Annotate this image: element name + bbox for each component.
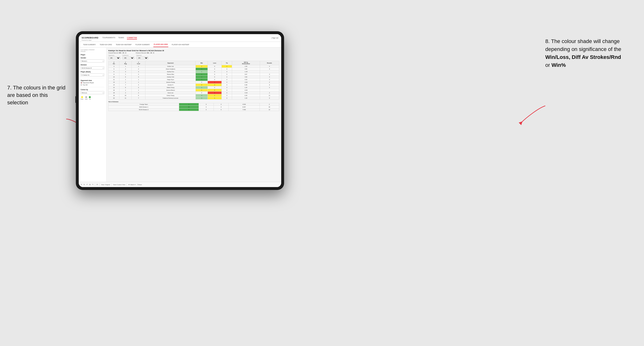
cell-loss: 1	[208, 81, 222, 84]
tablet-screen: SCOREBOARD Powered by clippd TOURNAMENTS…	[79, 34, 281, 187]
undo-icon[interactable]: ↺	[81, 184, 82, 186]
share-button[interactable]: ⤴ Share	[137, 184, 142, 185]
refresh-icon[interactable]: ⟳	[96, 184, 98, 186]
radio-opponents-played[interactable]: Opponents Played	[81, 82, 104, 83]
subnav-player-h2h-grid[interactable]: PLAYER H2H GRID	[153, 42, 168, 47]
nav-committee[interactable]: COMMITTEE	[127, 36, 137, 39]
col-tie: Tie	[222, 61, 232, 65]
back-icon[interactable]: ↶	[86, 184, 88, 186]
cell-div: 19	[108, 94, 120, 97]
col-opponent: Opponent	[146, 61, 196, 65]
cell-loss: 0	[208, 86, 222, 89]
cell-opponent: Andrea York	[146, 76, 196, 78]
radio-top100[interactable]: Top 100	[81, 84, 104, 86]
division-record-value: 331 - 34 - 6	[146, 52, 154, 54]
cell-reg: 7	[120, 84, 132, 86]
cell-rounds: 4	[260, 86, 279, 89]
toolbar-divider2	[100, 183, 100, 186]
subnav-team-summary[interactable]: TEAM SUMMARY	[82, 42, 96, 47]
cell-diff: 4.500	[229, 103, 260, 106]
legend-down: Down	[81, 96, 84, 100]
col-rounds: Rounds	[260, 61, 279, 65]
cell-loss: 1	[208, 92, 222, 94]
sign-out-link[interactable]: | Sign out	[271, 37, 278, 39]
save-custom-view-button[interactable]: Save Custom View	[113, 184, 126, 185]
cell-win: 5	[179, 108, 198, 111]
nav-tournaments[interactable]: TOURNAMENTS	[102, 36, 115, 39]
cell-tie: 0	[222, 92, 232, 94]
cell-win: 1	[196, 86, 208, 89]
cell-div: 14	[108, 84, 120, 86]
colour-by-select[interactable]: Win/Loss	[81, 91, 104, 94]
cell-diff: -1.00	[232, 70, 260, 73]
filter-conference-select[interactable]: (All)	[122, 56, 134, 59]
filter-opponents-select[interactable]: (All)	[108, 56, 120, 59]
legend-label-up: Up	[89, 99, 90, 100]
cell-rounds: 10	[260, 108, 279, 111]
table-row: NCAA Division 2 5 0 0 7.400 10	[108, 108, 279, 111]
cell-conf: 1	[132, 78, 146, 81]
player-rank-select[interactable]: 8. Katelyn Vo	[81, 73, 104, 76]
cell-loss: 0	[198, 103, 214, 106]
cell-win: 4	[196, 94, 208, 97]
cell-opponent: NCAA Division 2	[108, 108, 179, 111]
col-loss: Loss	[208, 61, 222, 65]
gender-select[interactable]: Women's	[81, 59, 104, 62]
cell-conf: 3	[132, 76, 146, 78]
last-updated-label: Last Updated: 27/03/2024	[81, 49, 94, 50]
cell-div: 16	[108, 89, 120, 92]
division-label: Division	[81, 64, 104, 66]
radio-dot-opponents	[81, 82, 82, 83]
legend-label-down: Down	[81, 99, 84, 100]
cell-win: 2	[196, 84, 208, 86]
last-updated-time: 16:55:38	[81, 51, 85, 52]
division-record: Division Record: 331 - 34 - 6	[136, 52, 154, 54]
cell-tie: 0	[222, 78, 232, 81]
col-diff: Diff AvStrokes/Rnd	[232, 61, 260, 65]
cell-opponent: Jessica Mason	[146, 89, 196, 92]
subnav-team-h2h-grid[interactable]: TEAM H2H GRID	[99, 42, 112, 47]
cell-tie: 0	[214, 103, 228, 106]
cell-loss: 0	[208, 68, 222, 70]
cell-conf: 2	[132, 68, 146, 70]
cell-diff: 1.50	[232, 65, 260, 68]
redo-icon[interactable]: ↻	[84, 184, 85, 186]
cell-reg: 1	[120, 78, 132, 81]
cell-rounds: 3	[260, 78, 279, 81]
cell-win: 0	[196, 92, 208, 94]
subnav-player-summary[interactable]: PLAYER SUMMARY	[135, 42, 150, 47]
player-rank-select-wrapper: 8. Katelyn Vo	[81, 73, 104, 76]
watch-button[interactable]: 👁 Watch ▾	[128, 184, 135, 185]
cell-opponent: Eunice Yi	[146, 84, 196, 86]
legend-up: Up	[89, 96, 91, 100]
division-select[interactable]: NCAA Division III	[81, 66, 104, 69]
view-original-label[interactable]: View: Original	[101, 184, 110, 185]
copy-icon[interactable]: ⧉	[89, 184, 90, 186]
header-right: | Sign out	[271, 37, 278, 39]
cell-win: 2	[196, 97, 208, 100]
cell-opponent: Federica Domecq Lacroze	[146, 97, 196, 100]
table-header-row: #Div #Reg #Conf Opponent Win Loss Tie Di…	[108, 61, 279, 65]
table-row: NAIA Division 1 15 0 0 9.267 30	[108, 106, 279, 108]
subnav-player-h2h-heatmap[interactable]: PLAYER H2H HEATMAP	[171, 42, 190, 47]
subnav-team-h2h-heatmap[interactable]: TEAM H2H HEATMAP	[115, 42, 132, 47]
cell-rounds: 3	[260, 73, 279, 76]
table-row: 18 2 2 Euna Lee 0 1 0 -5.00 2	[108, 92, 279, 94]
cell-reg: 10	[120, 94, 132, 97]
gender-select-wrapper: Women's	[81, 59, 104, 62]
main-nav: TOURNAMENTS TEAMS COMMITTEE	[102, 36, 137, 39]
cell-rounds	[260, 89, 279, 92]
cell-diff: -5.00	[232, 92, 260, 94]
cell-loss: 1	[208, 94, 222, 97]
bottom-toolbar: ↺ ↻ ↶ ⧉ ↷ ⟳ View: Original Save Custom V…	[79, 182, 281, 187]
out-of-division-table: Foreign Team 1 0 0 4.500 2 NAIA Division…	[108, 103, 279, 111]
cell-diff: 0.30	[232, 94, 260, 97]
table-row: 9 1 4 Sharon Mun 1 0 0 3.67 3	[108, 73, 279, 76]
filter-opponent-select[interactable]: (All)	[136, 56, 148, 59]
forward-icon[interactable]: ↷	[92, 184, 94, 186]
cell-rounds: 6	[260, 97, 279, 100]
cell-diff: 1.33	[232, 97, 260, 100]
cell-tie: 0	[222, 81, 232, 84]
nav-teams[interactable]: TEAMS	[118, 36, 124, 39]
toolbar-divider	[95, 183, 95, 186]
